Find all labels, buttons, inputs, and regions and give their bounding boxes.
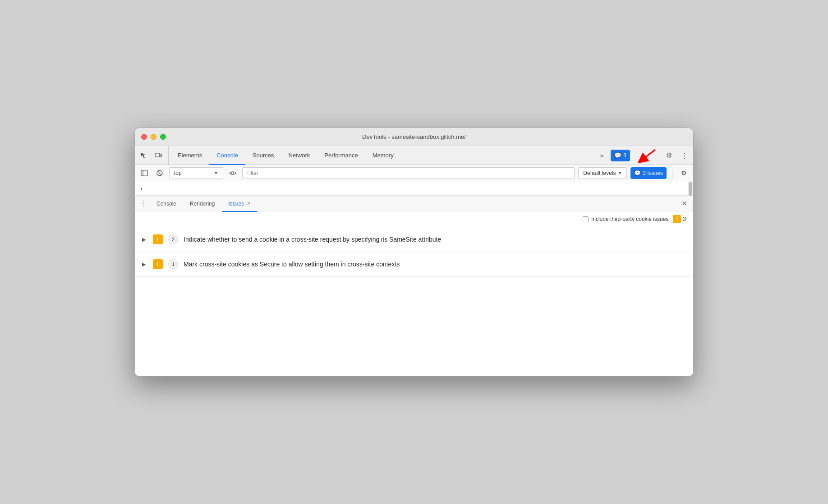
tab-performance[interactable]: Performance — [317, 147, 365, 165]
issue-row[interactable]: ▶ ! 2 Indicate whether to send a cookie … — [135, 227, 693, 252]
inspect-icon[interactable] — [138, 149, 150, 162]
clear-console-button[interactable] — [154, 167, 166, 179]
console-issues-button[interactable]: 💬 3 Issues — [630, 167, 667, 179]
context-selector[interactable]: top ▼ — [169, 167, 223, 179]
empty-panel-area — [135, 277, 693, 376]
toolbar-icon-group — [138, 146, 169, 165]
tab-elements[interactable]: Elements — [170, 147, 209, 165]
console-prompt-area: › — [135, 181, 693, 196]
filter-input[interactable] — [242, 167, 575, 179]
more-tabs-button[interactable]: » — [595, 149, 608, 162]
issue-warning-icon: ! — [153, 234, 163, 244]
device-toggle-icon[interactable] — [152, 149, 165, 162]
window-title: DevTools - samesite-sandbox.glitch.me/ — [362, 133, 466, 140]
toolbar-right-actions: » 💬 3 ⚙ — [592, 146, 690, 165]
drawer-more-button[interactable]: ⋮ — [138, 198, 149, 209]
settings-button[interactable]: ⚙ — [662, 149, 675, 162]
issues-total-badge: ! 3 — [673, 215, 686, 223]
titlebar: DevTools - samesite-sandbox.glitch.me/ — [135, 128, 693, 146]
drawer-tab-console[interactable]: Console — [150, 197, 183, 212]
svg-rect-1 — [160, 154, 161, 157]
issues-button[interactable]: 💬 3 — [611, 150, 630, 161]
svg-line-6 — [158, 171, 161, 175]
svg-rect-3 — [141, 170, 147, 176]
drawer-tab-rendering[interactable]: Rendering — [184, 197, 221, 212]
issues-panel: Include third-party cookie issues ! 3 ▶ … — [135, 211, 693, 376]
traffic-lights — [141, 134, 166, 140]
drawer: ⋮ Console Rendering Issues ✕ ✕ Include t… — [135, 196, 693, 376]
svg-point-7 — [232, 172, 234, 174]
issues-options-bar: Include third-party cookie issues ! 3 — [135, 211, 693, 227]
sidebar-toggle-button[interactable] — [138, 167, 150, 179]
toolbar-divider — [672, 169, 672, 178]
close-button[interactable] — [141, 134, 147, 140]
console-settings-button[interactable]: ⚙ — [678, 167, 690, 179]
issue-expand-icon[interactable]: ▶ — [142, 237, 147, 243]
devtools-window: DevTools - samesite-sandbox.glitch.me/ E… — [134, 128, 694, 376]
levels-dropdown[interactable]: Default levels ▼ — [578, 167, 627, 179]
console-chevron-icon: › — [140, 184, 143, 192]
issue-expand-icon[interactable]: ▶ — [142, 261, 147, 267]
main-toolbar: Elements Console Sources Network Perform… — [135, 146, 693, 165]
chat-icon: 💬 — [614, 152, 621, 159]
close-issues-tab[interactable]: ✕ — [247, 201, 251, 206]
levels-dropdown-icon: ▼ — [617, 170, 622, 175]
svg-rect-0 — [155, 153, 160, 157]
issue-count-badge: 2 — [168, 234, 178, 244]
tab-memory[interactable]: Memory — [365, 147, 401, 165]
red-arrow-annotation — [633, 147, 660, 164]
tab-console[interactable]: Console — [209, 147, 245, 165]
console-chat-icon: 💬 — [634, 170, 641, 176]
drawer-tab-issues[interactable]: Issues ✕ — [222, 197, 257, 212]
minimize-button[interactable] — [151, 134, 156, 140]
drawer-close-button[interactable]: ✕ — [679, 198, 690, 209]
console-toolbar: top ▼ Default levels ▼ 💬 3 Issues ⚙ — [135, 165, 693, 181]
more-options-button[interactable]: ⋮ — [678, 149, 690, 162]
svg-line-2 — [642, 150, 655, 160]
third-party-checkbox[interactable] — [583, 216, 589, 222]
toolbar-tabs: Elements Console Sources Network Perform… — [170, 146, 592, 165]
issue-warning-icon: ! — [153, 259, 163, 269]
scrollbar[interactable] — [688, 181, 693, 195]
maximize-button[interactable] — [160, 134, 166, 140]
issue-row[interactable]: ▶ ! 1 Mark cross-site cookies as Secure … — [135, 252, 693, 277]
scrollbar-thumb — [689, 182, 692, 196]
warning-badge-icon: ! — [673, 215, 681, 223]
tab-sources[interactable]: Sources — [245, 147, 281, 165]
tab-network[interactable]: Network — [281, 147, 317, 165]
issue-count-badge: 1 — [168, 259, 178, 269]
third-party-checkbox-label[interactable]: Include third-party cookie issues — [583, 216, 668, 222]
context-dropdown-icon: ▼ — [214, 170, 218, 175]
drawer-tabs: ⋮ Console Rendering Issues ✕ ✕ — [135, 196, 693, 211]
eye-icon-button[interactable] — [227, 167, 239, 179]
